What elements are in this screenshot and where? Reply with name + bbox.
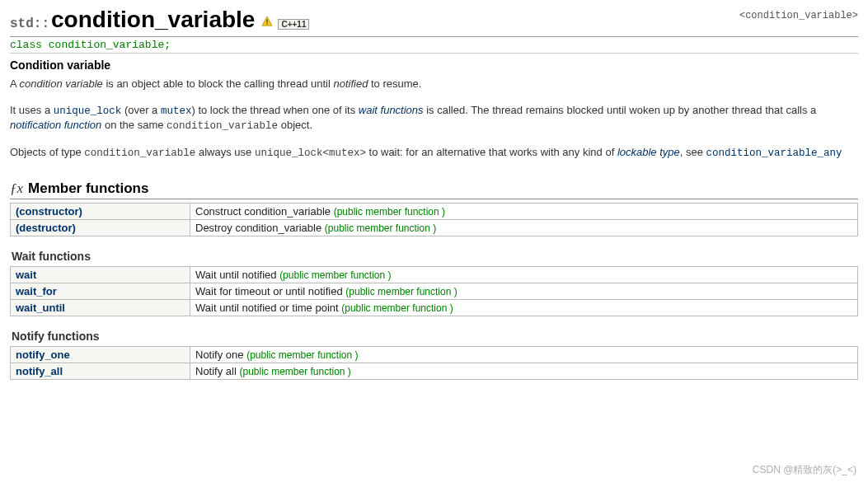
wait-functions-header: Wait functions — [10, 250, 858, 263]
namespace: std:: — [10, 16, 49, 31]
member-tag: (public member function ) — [325, 222, 436, 234]
term-notified: notified — [333, 77, 368, 90]
table-row: wait_forWait for timeout or until notifi… — [11, 283, 858, 300]
function-desc-cell: Wait until notified or time point (publi… — [190, 300, 858, 316]
function-desc-cell: Construct condition_variable (public mem… — [190, 204, 858, 220]
table-row: wait_untilWait until notified or time po… — [11, 300, 858, 316]
table-row: (constructor)Construct condition_variabl… — [11, 204, 858, 220]
link-mutex[interactable]: mutex — [161, 105, 192, 117]
table-row: (destructor)Destroy condition_variable (… — [11, 220, 858, 236]
intro-title: Condition variable — [10, 58, 858, 72]
notify-functions-table: notify_oneNotify one (public member func… — [10, 346, 858, 380]
function-desc-cell: Wait until notified (public member funct… — [190, 267, 858, 283]
code-condition-variable: condition_variable — [167, 120, 278, 132]
function-desc-cell: Destroy condition_variable (public membe… — [190, 220, 858, 236]
member-tag: (public member function ) — [246, 349, 358, 361]
link-wait-functions[interactable]: wait functions — [359, 104, 424, 116]
function-link[interactable]: (constructor) — [16, 205, 82, 218]
function-name-cell: (destructor) — [11, 220, 190, 236]
svg-rect-2 — [267, 24, 268, 25]
function-link[interactable]: notify_one — [16, 349, 70, 361]
function-name-cell: (constructor) — [11, 204, 190, 220]
function-desc-cell: Notify all (public member function ) — [190, 363, 858, 380]
member-functions-title: Member functions — [28, 179, 148, 199]
member-functions-table: (constructor)Construct condition_variabl… — [10, 203, 858, 236]
function-link[interactable]: (destructor) — [16, 222, 76, 234]
intro-paragraph-3: Objects of type condition_variable alway… — [10, 145, 858, 161]
function-name-cell: wait — [11, 267, 190, 283]
intro-paragraph-2: It uses a unique_lock (over a mutex) to … — [10, 103, 858, 134]
intro-paragraph-1: A condition variable is an object able t… — [10, 77, 858, 91]
function-link[interactable]: wait — [16, 269, 36, 281]
function-name-cell: wait_for — [11, 283, 190, 300]
table-row: notify_allNotify all (public member func… — [11, 363, 858, 380]
function-link[interactable]: wait_until — [16, 302, 65, 314]
function-name-cell: notify_all — [11, 363, 190, 380]
member-tag: (public member function ) — [341, 302, 453, 314]
member-functions-header: ƒx Member functions — [10, 179, 858, 199]
function-name-cell: wait_until — [11, 300, 190, 316]
member-tag: (public member function ) — [345, 286, 457, 297]
code-unique-lock-mutex: unique_lock<mutex> — [255, 147, 366, 159]
page-title: std:: condition_variable C++11 — [10, 7, 309, 33]
cpp11-badge: C++11 — [278, 19, 309, 30]
function-desc-cell: Wait for timeout or until notified (publ… — [190, 283, 858, 300]
fx-icon: ƒx — [10, 180, 23, 197]
wait-functions-table: waitWait until notified (public member f… — [10, 266, 858, 316]
function-desc-cell: Notify one (public member function ) — [190, 347, 858, 363]
link-unique-lock[interactable]: unique_lock — [54, 105, 122, 117]
link-notification-function[interactable]: notification function — [10, 119, 101, 131]
member-tag: (public member function ) — [334, 206, 445, 218]
member-tag: (public member function ) — [239, 366, 350, 377]
code-condition-variable-2: condition_variable — [84, 147, 195, 159]
table-row: waitWait until notified (public member f… — [11, 267, 858, 283]
function-link[interactable]: wait_for — [16, 285, 57, 297]
class-declaration: class condition_variable; — [10, 37, 858, 54]
table-row: notify_oneNotify one (public member func… — [11, 347, 858, 363]
page-header: std:: condition_variable C++11 <conditio… — [10, 7, 858, 37]
include-header: <condition_variable> — [739, 7, 858, 21]
member-tag: (public member function ) — [279, 269, 391, 281]
notify-functions-header: Notify functions — [10, 330, 858, 343]
link-condition-variable-any[interactable]: condition_variable_any — [706, 147, 842, 159]
link-lockable-type[interactable]: lockable type — [617, 146, 680, 158]
warning-icon — [261, 16, 273, 27]
function-link[interactable]: notify_all — [16, 365, 63, 377]
title-name: condition_variable — [51, 7, 255, 33]
svg-rect-1 — [267, 19, 268, 22]
function-name-cell: notify_one — [11, 347, 190, 363]
term-condition-variable: condition variable — [20, 77, 103, 90]
